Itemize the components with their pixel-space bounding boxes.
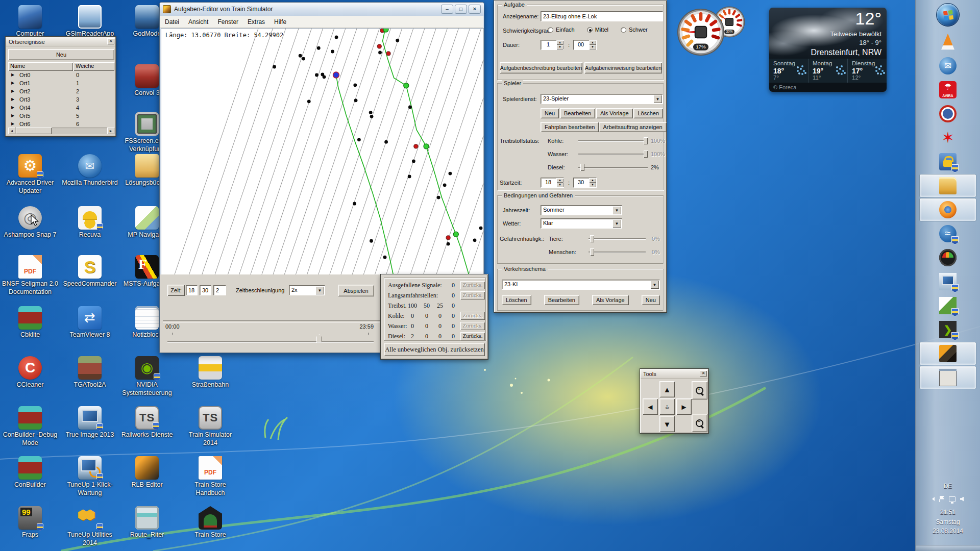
- timeline-slider[interactable]: [167, 338, 374, 346]
- accel-dropdown[interactable]: 2x▼: [289, 285, 325, 295]
- chevron-down-icon[interactable]: ▼: [653, 95, 662, 103]
- ort-event-row[interactable]: ▶Ort11: [8, 80, 114, 88]
- desktop-icon-mozilla-thunderbird[interactable]: Mozilla Thunderbird: [62, 154, 118, 187]
- als-vorlage-button[interactable]: Als Vorlage: [596, 108, 633, 118]
- desktop-icon-train-simulator-2014[interactable]: Train Simulator 2014: [182, 406, 238, 447]
- thunderbird-taskbar-button[interactable]: [919, 54, 976, 78]
- bearbeiten-button[interactable]: Bearbeiten: [560, 108, 595, 118]
- close-icon[interactable]: ✕: [700, 370, 707, 377]
- neu-button[interactable]: Neu: [642, 295, 660, 305]
- desktop-icon-nvidia-systemsteuerung[interactable]: NVIDIA Systemsteuerung: [119, 356, 175, 397]
- desktop-icon-tuneup-utilities-2014[interactable]: TuneUp Utilities 2014: [62, 506, 118, 547]
- radio-circle[interactable]: [587, 27, 593, 33]
- slider-thumb[interactable]: [580, 164, 584, 171]
- window-titlebar[interactable]: Aufgaben-Editor von Train Simulator: [160, 3, 484, 16]
- fc-bayern-taskbar-button[interactable]: [919, 102, 976, 126]
- slider-thumb[interactable]: [316, 334, 322, 342]
- ort-event-row[interactable]: ▶Ort55: [8, 112, 114, 120]
- close-icon[interactable]: ✕: [107, 38, 114, 44]
- language-indicator[interactable]: DE: [916, 483, 980, 490]
- verkehrsschema-dropdown[interactable]: 23-KI▼: [502, 280, 660, 290]
- radio-circle[interactable]: [548, 27, 553, 33]
- desktop-icon-railworks-dienste[interactable]: Railworks-Dienste: [119, 406, 175, 439]
- task-editor-window-taskbar-button[interactable]: [919, 366, 976, 389]
- zeit-minutes-input[interactable]: 30: [200, 285, 211, 295]
- desktop-icon-route-riter[interactable]: Route_Riter: [119, 506, 175, 539]
- als-vorlage-button[interactable]: Als Vorlage: [592, 295, 629, 305]
- desktop-icon-train-store[interactable]: Train Store: [182, 506, 238, 539]
- firefox-taskbar-button[interactable]: [919, 198, 976, 221]
- desktop-icon-ccleaner[interactable]: CCleaner: [2, 356, 58, 389]
- menu-item-extras[interactable]: Extras: [243, 17, 270, 27]
- neu-button[interactable]: Neu: [541, 108, 559, 118]
- expand-arrow-icon[interactable]: ▶: [11, 72, 14, 77]
- action-center-icon[interactable]: [939, 496, 944, 502]
- password-safe-taskbar-button[interactable]: [919, 150, 976, 173]
- menu-item-datei[interactable]: Datei: [160, 17, 184, 27]
- column-header-weiche[interactable]: Weiche: [74, 62, 114, 71]
- vlc-media-player-taskbar-button[interactable]: [919, 30, 976, 54]
- desktop-icon-tgatool2a[interactable]: TGATool2A: [62, 356, 118, 389]
- desktop-icon-speedcommander[interactable]: SpeedCommander: [62, 255, 118, 288]
- radio-circle[interactable]: [621, 27, 626, 33]
- l-schen-button[interactable]: Löschen: [633, 108, 663, 118]
- pan-down-button[interactable]: ▼: [659, 416, 675, 432]
- ortsereignisse-titlebar[interactable]: Ortsereignisse: [6, 37, 115, 46]
- pan-center-button[interactable]: ↔↕: [659, 398, 675, 415]
- zoom-out-button[interactable]: −: [692, 414, 707, 432]
- expand-arrow-icon[interactable]: ▶: [11, 97, 14, 102]
- desktop-icon-ashampoo-snap-7[interactable]: Ashampoo Snap 7: [2, 206, 58, 239]
- desktop-icon-advanced-driver-updater[interactable]: Advanced Driver Updater: [2, 154, 58, 195]
- ort-event-row[interactable]: ▶Ort00: [8, 71, 114, 80]
- zeit-button[interactable]: Zeit:: [167, 285, 185, 296]
- cpu-gauge[interactable]: 17%: [677, 8, 725, 58]
- pan-left-button[interactable]: ◄: [643, 398, 658, 415]
- expand-arrow-icon[interactable]: ▶: [11, 89, 14, 93]
- play-button[interactable]: Abspielen: [338, 285, 374, 296]
- dauer-minutes-stepper[interactable]: 00▲▼: [573, 40, 597, 50]
- nvidia-taskbar-button[interactable]: [919, 318, 976, 341]
- network-icon[interactable]: [949, 496, 955, 502]
- desktop-icon-tuneup-1-klick-wartung[interactable]: TuneUp 1-Klick-Wartung: [62, 456, 118, 497]
- edit-briefing-button[interactable]: Aufgabeneinweisung bearbeiten: [584, 62, 662, 73]
- openoffice-taskbar-button[interactable]: [919, 222, 976, 245]
- expand-arrow-icon[interactable]: ▶: [11, 81, 14, 85]
- start-button[interactable]: [936, 3, 960, 27]
- wasser-slider[interactable]: [578, 150, 648, 158]
- show-desktop-button[interactable]: [916, 545, 980, 551]
- menu-item-fenster[interactable]: Fenster: [213, 17, 243, 27]
- desktop-icon-bnsf-seligman-2-0-documentation[interactable]: BNSF Seligman 2.0 Documentation: [2, 255, 58, 296]
- zoom-in-button[interactable]: +: [692, 381, 707, 399]
- scrollbar-thumb[interactable]: [16, 128, 52, 134]
- jahreszeit-dropdown[interactable]: Sommer▼: [541, 205, 622, 215]
- openoffice-calc-taskbar-button[interactable]: [919, 294, 976, 317]
- desktop-icon-recuva[interactable]: Recuva: [62, 206, 118, 239]
- desktop-icon-conbuilder-debug-mode[interactable]: ConBuilder -Debug Mode: [2, 406, 58, 447]
- desktop-icon-computer[interactable]: Computer: [2, 5, 58, 38]
- kohle-slider[interactable]: [578, 137, 648, 145]
- zurueck-button[interactable]: Zurücks.: [460, 332, 485, 340]
- ort-event-row[interactable]: ▶Ort44: [8, 104, 114, 112]
- desktop-icon-gsimreaderapp[interactable]: GSimReaderApp: [62, 5, 118, 38]
- spielerdienst-dropdown[interactable]: 23-Spieler▼: [541, 94, 663, 104]
- desktop-icon-stra-enbahn[interactable]: Straßenbahn: [182, 356, 238, 389]
- anzeigename-input[interactable]: 23-Eilzug ohne E-Lok: [541, 11, 663, 21]
- slider-thumb[interactable]: [644, 151, 648, 158]
- volume-icon[interactable]: [960, 497, 964, 502]
- arbeitsauftrag-anzeigen-button[interactable]: Arbeitsauftrag anzeigen: [599, 122, 666, 132]
- chevron-down-icon[interactable]: ▼: [315, 286, 324, 294]
- menu-item-ansicht[interactable]: Ansicht: [184, 17, 213, 27]
- menu-item-hilfe[interactable]: Hilfe: [270, 17, 291, 27]
- desktop-icon-train-store-handbuch[interactable]: Train Store Handbuch: [182, 456, 238, 497]
- train-simulator-taskbar-button[interactable]: [919, 342, 976, 365]
- startzeit-minutes-stepper[interactable]: 30▲▼: [573, 178, 597, 188]
- desktop-icon-rlb-editor[interactable]: RLB-Editor: [119, 456, 175, 489]
- system-gauge-taskbar-button[interactable]: [919, 246, 976, 269]
- column-header-name[interactable]: Name: [8, 62, 73, 71]
- zeit-hours-input[interactable]: 18: [186, 285, 198, 295]
- red-cat-tool-taskbar-button[interactable]: [919, 126, 976, 149]
- neu-button[interactable]: Neu: [8, 49, 114, 60]
- edit-description-button[interactable]: Aufgabenbeschreibung bearbeiten: [500, 62, 582, 73]
- ort-event-row[interactable]: ▶Ort22: [8, 88, 114, 96]
- clock[interactable]: 21:51 Samstag 23.08.2014: [916, 508, 980, 536]
